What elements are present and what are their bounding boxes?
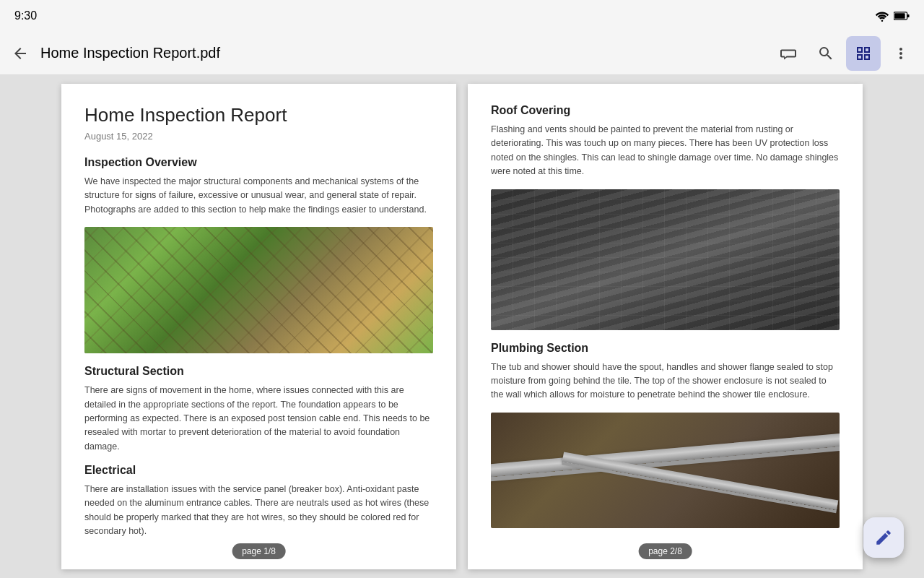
page-1-content: Home Inspection Report August 15, 2022 I… [61, 84, 456, 569]
svg-rect-3 [894, 13, 905, 19]
app-bar-title: Home Inspection Report.pdf [40, 45, 771, 61]
status-bar: 9:30 [0, 0, 924, 32]
page-1-badge: page 1/8 [232, 543, 286, 559]
page-2-badge: page 2/8 [638, 543, 692, 559]
section-heading-structural: Structural Section [84, 365, 433, 378]
roof-image [491, 189, 840, 330]
section-text-electrical: There are installation issues with the s… [84, 483, 433, 539]
section-heading-electrical: Electrical [84, 464, 433, 477]
edit-fab[interactable] [863, 517, 904, 558]
section-text-roof: Flashing and vents should be painted to … [491, 123, 840, 179]
section-heading-overview: Inspection Overview [84, 156, 433, 169]
page-1-panel: Home Inspection Report August 15, 2022 I… [61, 84, 456, 569]
neighborhood-image [84, 227, 433, 353]
page-2-panel: Roof Covering Flashing and vents should … [468, 84, 863, 569]
comment-button[interactable] [771, 36, 806, 71]
search-button[interactable] [808, 36, 843, 71]
section-text-plumbing: The tub and shower should have the spout… [491, 361, 840, 402]
doc-date: August 15, 2022 [84, 131, 433, 142]
status-time: 9:30 [14, 9, 37, 22]
plumbing-image [491, 413, 840, 528]
section-text-structural: There are signs of movement in the home,… [84, 384, 433, 454]
doc-title: Home Inspection Report [84, 104, 433, 126]
section-heading-roof: Roof Covering [491, 104, 840, 117]
app-bar-actions [771, 36, 918, 71]
wifi-icon [875, 10, 889, 22]
grid-view-button[interactable] [846, 36, 881, 71]
back-button[interactable] [3, 36, 38, 71]
section-heading-plumbing: Plumbing Section [491, 342, 840, 355]
app-bar: Home Inspection Report.pdf [0, 32, 924, 75]
page-2-content: Roof Covering Flashing and vents should … [468, 84, 863, 569]
svg-rect-2 [907, 14, 910, 17]
more-button[interactable] [884, 36, 918, 71]
content-area: Home Inspection Report August 15, 2022 I… [0, 75, 924, 578]
battery-icon [894, 11, 910, 21]
section-text-overview: We have inspected the major structural c… [84, 175, 433, 217]
status-icons [875, 10, 910, 22]
svg-point-0 [881, 20, 884, 22]
